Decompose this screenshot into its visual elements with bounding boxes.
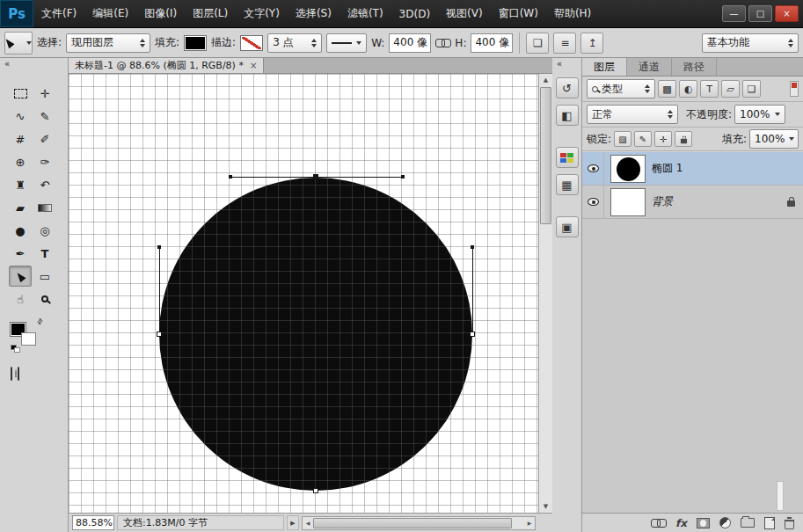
- eraser-tool[interactable]: ▰: [9, 197, 32, 218]
- maximize-button[interactable]: □: [748, 5, 772, 22]
- tab-channels[interactable]: 通道: [627, 58, 672, 76]
- path-handle-dot[interactable]: [229, 175, 232, 179]
- gradient-tool[interactable]: [33, 197, 56, 218]
- filter-type-dropdown[interactable]: 类型: [587, 79, 655, 98]
- collapse-toolbox-icon[interactable]: «: [0, 58, 68, 70]
- path-anchor-right[interactable]: [470, 332, 475, 337]
- close-button[interactable]: ×: [775, 5, 799, 22]
- filter-pixel-button[interactable]: ▩: [658, 80, 676, 98]
- layer-thumbnail[interactable]: [610, 188, 646, 216]
- dodge-tool[interactable]: ◎: [33, 220, 56, 241]
- scroll-down-icon[interactable]: ▼: [539, 500, 552, 513]
- layer-name[interactable]: 背景: [652, 194, 673, 209]
- menu-type[interactable]: 文字(Y): [236, 0, 288, 27]
- opacity-dropdown[interactable]: 100%: [734, 105, 785, 124]
- visibility-toggle[interactable]: [582, 152, 604, 185]
- eyedropper-tool[interactable]: ✐: [33, 128, 56, 149]
- menu-select[interactable]: 选择(S): [288, 0, 339, 27]
- filter-shape-button[interactable]: ▱: [721, 80, 740, 98]
- delete-layer-icon[interactable]: [785, 520, 794, 529]
- type-tool[interactable]: T: [33, 243, 56, 264]
- fill-opacity-dropdown[interactable]: 100%: [749, 129, 799, 149]
- layer-style-icon[interactable]: fx: [675, 518, 687, 528]
- swap-colors-icon[interactable]: ⇄: [35, 317, 45, 326]
- tab-paths[interactable]: 路径: [672, 58, 717, 76]
- quick-selection-tool[interactable]: ✎: [33, 106, 56, 127]
- lock-pixels-button[interactable]: ✎: [634, 131, 652, 147]
- history-panel-button[interactable]: ↺: [556, 77, 579, 98]
- expand-panels-icon[interactable]: «: [552, 58, 581, 70]
- filter-toggle-icon[interactable]: [790, 81, 799, 97]
- screen-mode-button[interactable]: [18, 368, 19, 380]
- path-anchor-left[interactable]: [157, 332, 162, 337]
- swatches-panel-button[interactable]: [556, 147, 579, 168]
- vertical-scroll-thumb[interactable]: [540, 87, 551, 224]
- panel-scrollbar[interactable]: [777, 481, 784, 511]
- adjustment-layer-icon[interactable]: [719, 517, 731, 528]
- menu-help[interactable]: 帮助(H): [546, 0, 599, 27]
- vertical-scrollbar[interactable]: ▲ ▼: [538, 74, 552, 513]
- path-arrange-button[interactable]: ↥: [580, 33, 603, 54]
- color-panel-button[interactable]: ▦: [556, 174, 579, 195]
- shape-tool[interactable]: ▭: [33, 266, 56, 287]
- stroke-color-swatch[interactable]: [240, 35, 263, 51]
- lasso-tool[interactable]: ∿: [9, 106, 32, 127]
- scroll-up-icon[interactable]: ▲: [539, 74, 552, 86]
- horizontal-scroll-thumb[interactable]: [313, 518, 512, 528]
- properties-panel-button[interactable]: ◧: [556, 105, 579, 126]
- brush-tool[interactable]: ✑: [33, 151, 56, 172]
- menu-edit[interactable]: 编辑(E): [84, 0, 136, 27]
- workspace-switcher[interactable]: 基本功能: [702, 33, 799, 53]
- layer-row-background[interactable]: 背景: [582, 186, 803, 219]
- lock-transparency-button[interactable]: ▨: [614, 131, 631, 147]
- tool-preset-button[interactable]: [4, 32, 33, 55]
- layer-row-ellipse[interactable]: 椭圆 1: [582, 152, 803, 186]
- quick-mask-button[interactable]: [11, 368, 12, 380]
- new-layer-icon[interactable]: [764, 517, 775, 529]
- filter-smart-button[interactable]: ❏: [742, 80, 761, 98]
- move-tool[interactable]: ✛: [33, 83, 56, 104]
- menu-window[interactable]: 窗口(W): [491, 0, 546, 27]
- status-expand-button[interactable]: ▶: [287, 515, 299, 530]
- menu-view[interactable]: 视图(V): [438, 0, 491, 27]
- menu-image[interactable]: 图像(I): [136, 0, 185, 27]
- filter-adjustment-button[interactable]: ◐: [679, 80, 697, 98]
- menu-3d[interactable]: 3D(D): [391, 0, 438, 27]
- crop-tool[interactable]: #: [9, 128, 32, 149]
- ellipse-shape[interactable]: [159, 178, 472, 491]
- zoom-tool[interactable]: [33, 288, 56, 310]
- spot-healing-tool[interactable]: ⊕: [9, 151, 32, 172]
- stroke-width-dropdown[interactable]: 3 点: [267, 33, 322, 53]
- rectangular-marquee-tool[interactable]: [9, 83, 32, 104]
- zoom-level-field[interactable]: 88.58%: [72, 515, 114, 530]
- path-anchor-bottom[interactable]: [313, 488, 318, 493]
- link-layers-icon[interactable]: [651, 519, 666, 527]
- default-colors-icon[interactable]: [11, 345, 21, 353]
- filter-type-button[interactable]: T: [700, 80, 719, 98]
- document-tab[interactable]: 未标题-1 @ 88.6% (椭圆 1, RGB/8) * ×: [69, 58, 264, 73]
- new-group-icon[interactable]: [741, 518, 755, 528]
- shape-width-field[interactable]: 400 像: [389, 33, 431, 53]
- pen-tool[interactable]: ✒: [9, 243, 32, 264]
- scroll-right-icon[interactable]: ▶: [524, 517, 535, 529]
- path-handle-dot[interactable]: [471, 245, 474, 249]
- path-operations-button[interactable]: ❏: [526, 33, 549, 54]
- path-anchor-top[interactable]: [313, 174, 318, 179]
- visibility-toggle[interactable]: [582, 186, 604, 218]
- path-handle-dot[interactable]: [157, 245, 161, 249]
- layer-name[interactable]: 椭圆 1: [652, 161, 683, 176]
- path-alignment-button[interactable]: ≡: [553, 33, 576, 54]
- close-tab-icon[interactable]: ×: [250, 61, 257, 70]
- scroll-left-icon[interactable]: ◀: [303, 517, 313, 529]
- horizontal-scrollbar[interactable]: ◀ ▶: [302, 516, 536, 530]
- background-color-swatch[interactable]: [21, 332, 36, 346]
- blend-mode-dropdown[interactable]: 正常: [587, 105, 678, 124]
- layer-thumbnail[interactable]: [610, 155, 646, 183]
- add-mask-icon[interactable]: [697, 518, 710, 528]
- lock-all-button[interactable]: [675, 131, 692, 147]
- canvas[interactable]: [69, 74, 538, 513]
- hand-tool[interactable]: ☝: [9, 288, 32, 310]
- stroke-style-dropdown[interactable]: [326, 33, 367, 53]
- shape-height-field[interactable]: 400 像: [471, 33, 513, 53]
- lock-position-button[interactable]: ✛: [654, 131, 672, 147]
